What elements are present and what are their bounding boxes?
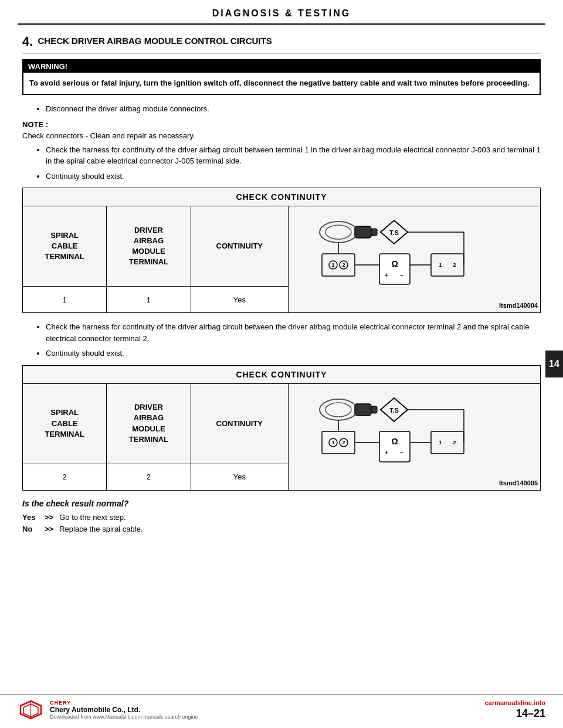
svg-text:1: 1 bbox=[331, 440, 334, 445]
page-header: DIAGNOSIS & TESTING bbox=[18, 0, 545, 25]
svg-rect-26 bbox=[371, 406, 377, 413]
note-label: NOTE : bbox=[22, 120, 541, 129]
warning-text: To avoid serious or fatal injury, turn t… bbox=[23, 73, 540, 94]
table1-col2-header: DRIVERAIRBAGMODULETERMINAL bbox=[107, 206, 191, 287]
result-yes-arrow: >> bbox=[45, 513, 53, 522]
result-heading: Is the check result normal? bbox=[22, 499, 541, 508]
diagram1-svg: T.S 1 2 Ω + bbox=[303, 210, 526, 298]
table1-val2: 1 bbox=[107, 287, 191, 313]
svg-text:2: 2 bbox=[342, 440, 345, 445]
svg-text:2: 2 bbox=[342, 262, 345, 268]
svg-text:2: 2 bbox=[453, 440, 456, 445]
svg-text:Ω: Ω bbox=[391, 437, 398, 446]
table2-img-ref: Itsmd140005 bbox=[291, 479, 538, 487]
result-section: Is the check result normal? Yes >> Go to… bbox=[22, 499, 541, 533]
table2-val1: 2 bbox=[23, 464, 107, 490]
svg-text:T.S: T.S bbox=[389, 229, 399, 236]
table1-diagram: T.S 1 2 Ω + bbox=[289, 206, 541, 313]
svg-text:Ω: Ω bbox=[391, 259, 398, 268]
chery-logo bbox=[18, 700, 44, 720]
table2-val3: Yes bbox=[191, 464, 288, 490]
table1-val3: Yes bbox=[191, 287, 288, 313]
diagram2-svg: T.S 1 2 Ω + bbox=[303, 387, 526, 475]
svg-text:−: − bbox=[400, 450, 403, 456]
header-title: DIAGNOSIS & TESTING bbox=[18, 8, 545, 19]
check-table-1: CHECK CONTINUITY SPIRALCABLETERMINAL DRI… bbox=[22, 188, 541, 313]
warning-label: WARNING! bbox=[23, 60, 540, 73]
svg-text:+: + bbox=[385, 450, 388, 456]
result-yes-label: Yes bbox=[22, 513, 39, 522]
svg-rect-36 bbox=[379, 431, 410, 462]
table2-val2: 2 bbox=[107, 464, 191, 490]
section-number: 4. bbox=[22, 34, 33, 49]
section-title: CHECK DRIVER AIRBAG MODULE CONTROL CIRCU… bbox=[38, 36, 272, 46]
svg-rect-13 bbox=[379, 254, 410, 284]
table1-col1-header: SPIRALCABLETERMINAL bbox=[23, 206, 107, 287]
svg-point-24 bbox=[325, 403, 351, 417]
svg-text:1: 1 bbox=[331, 262, 334, 268]
svg-point-1 bbox=[325, 225, 351, 239]
table2-col2-header: DRIVERAIRBAGMODULETERMINAL bbox=[107, 383, 191, 464]
result-no-row: No >> Replace the spiral cable. bbox=[22, 525, 541, 533]
footer-page: 14–21 bbox=[516, 707, 545, 720]
table2-diagram: T.S 1 2 Ω + bbox=[289, 383, 541, 490]
svg-rect-3 bbox=[371, 229, 377, 236]
svg-text:1: 1 bbox=[439, 440, 442, 445]
svg-text:+: + bbox=[385, 272, 388, 278]
footer-company: Chery Automobile Co., Ltd. bbox=[50, 706, 198, 714]
side-tab: 14 bbox=[545, 351, 563, 377]
result-no-text: Replace the spiral cable. bbox=[59, 525, 143, 533]
note-line1: Check connectors - Clean and repair as n… bbox=[22, 130, 541, 142]
result-no-label: No bbox=[22, 525, 39, 533]
result-yes-row: Yes >> Go to the next step. bbox=[22, 513, 541, 522]
svg-rect-25 bbox=[355, 404, 371, 416]
bullet2-item-2: Continuity should exist. bbox=[46, 348, 541, 359]
svg-rect-30 bbox=[322, 431, 355, 454]
footer-download: Downloaded from www.Manualslib.com manua… bbox=[50, 714, 198, 720]
svg-rect-41 bbox=[431, 431, 464, 454]
svg-rect-2 bbox=[355, 226, 371, 238]
note-bullet-2: Continuity should exist. bbox=[46, 171, 541, 182]
check-table-2: CHECK CONTINUITY SPIRALCABLETERMINAL DRI… bbox=[22, 365, 541, 491]
footer-carmanualsline: carmanualsline.info bbox=[485, 699, 545, 706]
table1-img-ref: Itsmd140004 bbox=[291, 302, 538, 309]
table1-title: CHECK CONTINUITY bbox=[23, 188, 541, 206]
section-heading: 4. CHECK DRIVER AIRBAG MODULE CONTROL CI… bbox=[22, 34, 541, 53]
table2-col1-header: SPIRALCABLETERMINAL bbox=[23, 383, 107, 464]
bullet-list-2: Check the harness for continuity of the … bbox=[34, 321, 541, 359]
bullet2-item-1: Check the harness for continuity of the … bbox=[46, 321, 541, 344]
result-no-arrow: >> bbox=[45, 525, 53, 533]
bullet-list-1: Disconnect the driver airbag module conn… bbox=[34, 103, 541, 115]
warning-box: WARNING! To avoid serious or fatal injur… bbox=[22, 59, 541, 95]
table1-col3-header: CONTINUITY bbox=[191, 206, 288, 287]
svg-rect-7 bbox=[322, 254, 355, 276]
svg-text:−: − bbox=[400, 272, 403, 278]
note-bullet-1: Check the harness for continuity of the … bbox=[46, 144, 541, 167]
svg-text:1: 1 bbox=[439, 262, 442, 268]
table2-title: CHECK CONTINUITY bbox=[23, 365, 541, 383]
note-bullets: Check the harness for continuity of the … bbox=[34, 144, 541, 182]
svg-text:2: 2 bbox=[453, 262, 456, 268]
table2-col3-header: CONTINUITY bbox=[191, 383, 288, 464]
table1-val1: 1 bbox=[23, 287, 107, 313]
svg-text:T.S: T.S bbox=[389, 407, 399, 414]
bullet-item-1: Disconnect the driver airbag module conn… bbox=[46, 103, 541, 115]
result-yes-text: Go to the next step. bbox=[59, 513, 126, 522]
svg-rect-18 bbox=[431, 254, 464, 276]
